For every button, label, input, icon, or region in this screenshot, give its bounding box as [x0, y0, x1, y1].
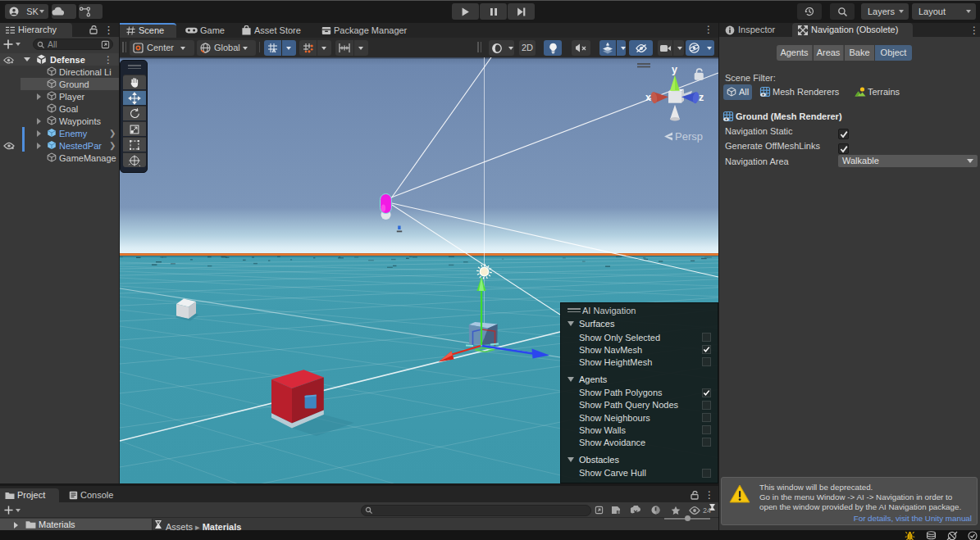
svg-text:y: y	[672, 64, 677, 75]
svg-text:z: z	[699, 92, 704, 103]
svg-text:Persp: Persp	[675, 130, 703, 143]
svg-text:x: x	[645, 92, 651, 103]
